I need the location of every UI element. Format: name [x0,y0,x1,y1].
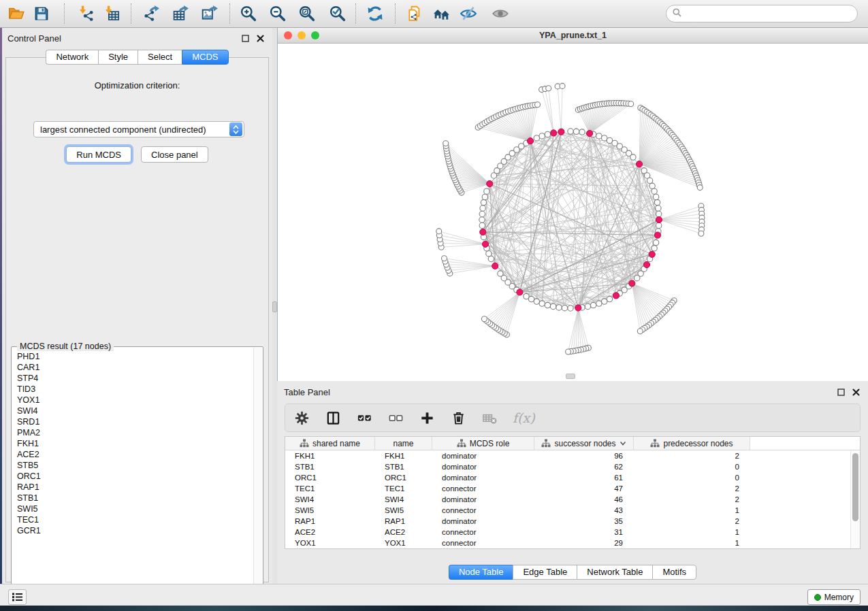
table-scrollbar-thumb[interactable] [852,453,858,521]
vertical-splitter[interactable] [272,28,277,584]
graph-node[interactable] [442,256,447,261]
mcds-result-node[interactable]: PHD1 [13,351,253,362]
graph-node[interactable] [539,133,545,139]
mcds-result-node[interactable]: SWI5 [13,503,253,514]
table-row[interactable]: TEC1TEC1connector472 [285,483,850,494]
graph-node[interactable] [637,329,643,334]
graph-node[interactable] [568,129,573,134]
tab-motifs[interactable]: Motifs [652,565,696,580]
mcds-result-node[interactable]: SWI4 [13,406,253,416]
graph-node[interactable] [602,299,607,304]
table-row[interactable]: STB1STB1dominator620 [285,461,850,472]
graph-node[interactable] [560,83,565,88]
mcds-result-node[interactable]: STB1 [13,493,253,503]
close-panel-button[interactable]: Close panel [141,146,208,163]
save-session-button[interactable] [29,2,54,25]
graph-node[interactable] [649,183,655,188]
graph-node[interactable] [590,302,596,308]
graph-hub-node-selected[interactable] [492,263,498,269]
import-network-button[interactable] [74,2,99,25]
table-row[interactable]: RAP1RAP1dominator352 [285,516,850,527]
graph-node[interactable] [573,129,579,134]
graph-node[interactable] [498,271,503,276]
zoom-out-button[interactable] [266,2,290,25]
network-graph-canvas[interactable] [278,44,868,380]
graph-hub-node-selected[interactable] [613,293,619,299]
settings-icon[interactable] [293,410,310,426]
refresh-layout-button[interactable] [363,2,387,25]
graph-node[interactable] [545,131,550,137]
graph-node[interactable] [534,299,539,304]
graph-hub-node-selected[interactable] [480,229,486,235]
graph-hub-node-selected[interactable] [643,261,649,267]
graph-node[interactable] [480,205,485,211]
show-hidden-button[interactable] [488,2,513,25]
mcds-result-node[interactable]: SRD1 [13,416,253,427]
criterion-select[interactable]: largest connected component (undirected) [33,121,244,137]
graph-node[interactable] [546,86,551,91]
hide-selected-button[interactable] [456,2,481,25]
graph-node[interactable] [630,154,636,160]
graph-node[interactable] [602,135,607,141]
split-columns-icon[interactable] [325,410,341,426]
graph-hub-node-selected[interactable] [487,181,493,187]
graph-node[interactable] [545,302,550,308]
table-row[interactable]: SWI5SWI5connector431 [285,505,850,516]
column-header-successor-nodes[interactable]: successor nodes [534,437,634,450]
column-header-predecessor-nodes[interactable]: predecessor nodes [634,437,750,450]
graph-hub-node-selected[interactable] [654,232,660,238]
add-row-icon[interactable] [419,410,435,426]
open-file-button[interactable] [4,2,29,25]
mcds-result-node[interactable]: GCR1 [13,525,253,536]
select-all-icon[interactable] [356,410,372,426]
column-header-name[interactable]: name [375,437,432,450]
graph-hub-node-selected[interactable] [527,138,533,144]
tab-node-table[interactable]: Node Table [449,565,513,580]
graph-node[interactable] [698,231,704,236]
zoom-selected-button[interactable] [325,2,350,25]
tab-select[interactable]: Select [138,50,182,65]
mcds-result-node[interactable]: TEC1 [13,514,253,525]
graph-node[interactable] [596,133,602,139]
tab-style[interactable]: Style [98,50,138,65]
mcds-result-node[interactable]: PMA2 [13,427,253,438]
tab-edge-table[interactable]: Edge Table [513,565,577,580]
graph-node[interactable] [488,256,494,261]
graph-node[interactable] [479,222,485,228]
graph-node[interactable] [479,211,485,216]
graph-node[interactable] [534,135,539,141]
tab-mcds[interactable]: MCDS [182,50,228,65]
graph-node[interactable] [652,246,657,251]
float-panel-icon[interactable] [835,386,846,397]
zoom-in-button[interactable] [236,2,261,25]
table-scrollbar[interactable] [850,450,860,548]
close-panel-icon[interactable] [255,33,266,44]
export-image-button[interactable] [197,2,222,25]
mcds-result-node[interactable]: ACE2 [13,449,253,460]
clone-network-button[interactable] [403,2,428,25]
mcds-result-node[interactable]: ORC1 [13,471,253,482]
graph-node[interactable] [634,276,640,281]
table-row[interactable]: SWI4SWI4dominator462 [285,494,850,505]
splitter-grip[interactable] [272,301,277,312]
graph-node[interactable] [607,296,612,301]
graph-node[interactable] [653,194,658,199]
graph-node[interactable] [539,301,545,306]
run-mcds-button[interactable]: Run MCDS [66,146,131,163]
mcds-result-node[interactable]: CAR1 [13,362,253,373]
network-graph[interactable] [278,44,868,380]
import-table-button[interactable] [100,2,125,25]
network-overview-button[interactable] [430,2,454,25]
graph-hub-node-selected[interactable] [517,289,523,295]
graph-node[interactable] [566,349,571,354]
graph-node[interactable] [656,205,661,211]
task-history-button[interactable] [8,589,27,605]
graph-node[interactable] [697,185,703,191]
graph-hub-node-selected[interactable] [551,130,557,136]
graph-node[interactable] [568,306,573,311]
graph-node[interactable] [562,306,567,311]
graph-node[interactable] [556,305,562,310]
graph-node[interactable] [479,217,485,222]
result-list-scrollbar[interactable] [253,348,262,595]
graph-hub-node-selected[interactable] [558,129,564,135]
